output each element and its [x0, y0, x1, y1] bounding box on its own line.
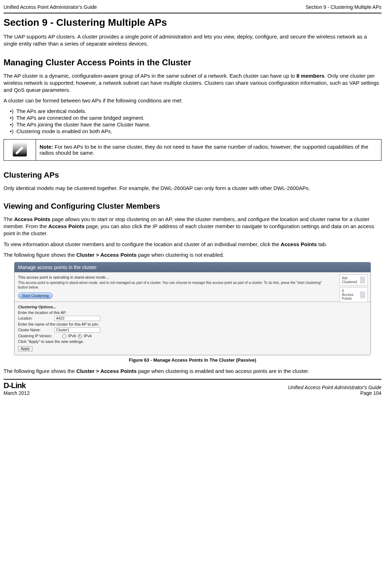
panel-description: This access point is operating in stand-… [18, 281, 367, 290]
location-input[interactable]: A423 [54, 316, 100, 321]
list-item-text: The APs are connected on the same bridge… [16, 115, 144, 121]
text-bold: Access Points [281, 241, 317, 247]
clustering-aps-heading: Clustering APs [4, 171, 381, 180]
side-box-label: Not Clustered [342, 276, 359, 284]
viewing-paragraph-2: To view information about cluster member… [4, 241, 381, 248]
text-fragment: page when clustering is not enabled. [137, 252, 224, 258]
side-box-label: 0 Access Points [342, 289, 359, 301]
list-item-text: The APs are identical models. [16, 108, 86, 114]
cluster-status-icon [360, 277, 365, 284]
panel-body: Not Clustered 0 Access Points This acces… [14, 272, 371, 355]
footer-page-number: Page 104 [288, 390, 381, 396]
panel-title-bar: Manage access points in the cluster [14, 262, 371, 272]
side-box-count: 0 [342, 289, 344, 293]
clustering-options-label: Clustering Options... [18, 305, 367, 309]
conditions-bullet-list: •) The APs are identical models. •) The … [10, 108, 381, 134]
viewing-heading: Viewing and Configuring Cluster Members [4, 202, 381, 211]
side-box-access-points: 0 Access Points [339, 287, 368, 302]
hint-enter-location: Enter the location of this AP. [18, 310, 367, 315]
note-body-text: For two APs to be in the same cluster, t… [40, 144, 368, 156]
header-right: Section 9 - Clustering Multiple APs [306, 4, 381, 10]
intro-paragraph: The UAP supports AP clusters. A cluster … [4, 33, 381, 48]
ip-version-label: Clustering IP Version: [18, 334, 60, 338]
dlink-logo: D-Link [4, 381, 25, 390]
text-fragment: page when clustering is enabled and two … [137, 368, 309, 374]
note-label: Note: [40, 144, 53, 150]
ipv6-radio[interactable] [62, 334, 66, 338]
text-bold: Cluster > Access Points [76, 252, 137, 258]
side-status-boxes: Not Clustered 0 Access Points [339, 274, 368, 304]
cluster-name-input[interactable]: Cluster1 [54, 327, 100, 333]
footer-separator [4, 379, 381, 380]
list-item-text: The APs joining the cluster have the sam… [16, 121, 150, 127]
cluster-name-label: Cluster Name: [18, 328, 53, 332]
figure-caption: Figure 63 - Manage Access Points In The … [4, 357, 381, 363]
page-header: Unified Access Point Administrator's Gui… [4, 4, 381, 10]
list-item: •) The APs joining the cluster have the … [10, 121, 381, 127]
panel-alert: This access point is operating in stand-… [18, 275, 367, 279]
text-fragment: The [4, 216, 14, 222]
access-points-icon [360, 291, 365, 298]
note-box: Note: For two APs to be in the same clus… [4, 139, 381, 161]
after-figure-paragraph: The following figure shows the Cluster >… [4, 368, 381, 375]
figure-63-panel: Manage access points in the cluster Not … [14, 262, 371, 355]
text-bold: Access Points [14, 216, 51, 222]
viewing-paragraph-1: The Access Points page allows you to sta… [4, 216, 381, 237]
list-item-text: Clustering mode is enabled on both APs. [17, 128, 112, 134]
apply-button[interactable]: Apply [18, 346, 32, 351]
managing-heading: Managing Cluster Access Points in the Cl… [4, 58, 381, 67]
apply-hint: Click "Apply" to save the new settings. [18, 339, 367, 344]
note-icon-cell [4, 139, 36, 160]
page-footer: D-Link March 2012 Unified Access Point A… [4, 381, 381, 396]
panel-divider [14, 302, 371, 302]
viewing-paragraph-3: The following figure shows the Cluster >… [4, 251, 381, 259]
note-text-cell: Note: For two APs to be in the same clus… [36, 139, 381, 160]
side-box-not-clustered: Not Clustered [339, 274, 368, 286]
ip-version-row: Clustering IP Version: IPv6 IPv4 [18, 334, 367, 338]
text-fragment: The AP cluster is a dynamic, configurati… [4, 73, 296, 79]
section-title: Section 9 - Clustering Multiple APs [4, 17, 381, 28]
text-bold: Access Points [48, 223, 85, 229]
list-item: •) The APs are identical models. [10, 108, 381, 114]
location-label: Location: [18, 316, 53, 320]
text-fragment: The following figure shows the [4, 368, 76, 374]
side-box-sub: Access Points [342, 293, 353, 301]
footer-date: March 2012 [4, 390, 30, 396]
text-fragment: To view information about cluster member… [4, 241, 281, 247]
ipv4-radio[interactable] [78, 334, 82, 338]
note-icon [13, 142, 27, 156]
list-item: •) Clustering mode is enabled on both AP… [10, 128, 381, 134]
text-fragment: The following figure shows the [4, 252, 76, 258]
conditions-intro: A cluster can be formed between two APs … [4, 97, 381, 104]
footer-right: Unified Access Point Administrator's Gui… [288, 385, 381, 396]
ipv4-label: IPv4 [84, 334, 91, 338]
footer-left: D-Link March 2012 [4, 381, 30, 396]
cluster-name-row: Cluster Name: Cluster1 [18, 327, 367, 333]
hint-enter-cluster-name: Enter the name of the cluster for this A… [18, 322, 367, 326]
clustering-aps-paragraph: Only identical models may be clustered t… [4, 185, 381, 192]
list-item: •) The APs are connected on the same bri… [10, 115, 381, 121]
footer-title: Unified Access Point Administrator's Gui… [288, 385, 381, 390]
text-fragment: tab. [317, 241, 327, 247]
start-clustering-button[interactable]: Start Clustering [18, 292, 53, 299]
ipv6-label: IPv6 [68, 334, 76, 338]
header-left: Unified Access Point Administrator's Gui… [4, 4, 97, 10]
location-row: Location: A423 [18, 316, 367, 321]
header-separator [4, 13, 381, 13]
text-bold: Cluster > Access Points [76, 368, 137, 374]
text-bold-8members: 8 members [296, 73, 324, 79]
managing-paragraph: The AP cluster is a dynamic, configurati… [4, 72, 381, 94]
